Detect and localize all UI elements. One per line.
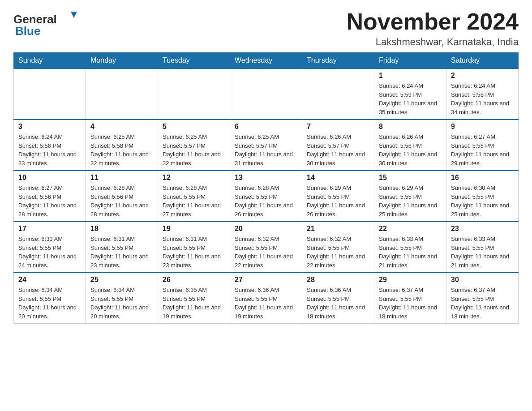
day-number: 21 [307, 225, 369, 233]
day-number: 5 [163, 123, 225, 131]
calendar-cell [302, 68, 374, 120]
day-info: Sunrise: 6:33 AMSunset: 5:55 PMDaylight:… [379, 235, 442, 270]
day-info: Sunrise: 6:35 AMSunset: 5:55 PMDaylight:… [163, 286, 225, 321]
calendar-cell: 5Sunrise: 6:25 AMSunset: 5:57 PMDaylight… [158, 120, 230, 171]
day-info: Sunrise: 6:31 AMSunset: 5:55 PMDaylight:… [163, 235, 225, 270]
header-friday: Friday [374, 53, 446, 69]
day-number: 2 [451, 72, 514, 80]
header-wednesday: Wednesday [230, 53, 302, 69]
calendar-cell: 15Sunrise: 6:29 AMSunset: 5:55 PMDayligh… [374, 171, 446, 222]
calendar-cell: 29Sunrise: 6:37 AMSunset: 5:55 PMDayligh… [374, 273, 446, 324]
calendar-cell: 24Sunrise: 6:34 AMSunset: 5:55 PMDayligh… [14, 273, 86, 324]
day-number: 19 [163, 225, 225, 233]
day-number: 6 [235, 123, 297, 131]
calendar-cell: 11Sunrise: 6:28 AMSunset: 5:56 PMDayligh… [86, 171, 158, 222]
title-area: November 2024 Lakshmeshwar, Karnataka, I… [347, 9, 519, 48]
calendar-cell: 7Sunrise: 6:26 AMSunset: 5:57 PMDaylight… [302, 120, 374, 171]
calendar-cell: 23Sunrise: 6:33 AMSunset: 5:55 PMDayligh… [446, 222, 519, 273]
calendar-cell: 6Sunrise: 6:25 AMSunset: 5:57 PMDaylight… [230, 120, 302, 171]
calendar-cell: 9Sunrise: 6:27 AMSunset: 5:56 PMDaylight… [446, 120, 519, 171]
day-number: 23 [451, 225, 514, 233]
calendar-cell: 18Sunrise: 6:31 AMSunset: 5:55 PMDayligh… [86, 222, 158, 273]
month-title: November 2024 [347, 9, 519, 34]
header-monday: Monday [86, 53, 158, 69]
day-number: 12 [163, 174, 225, 182]
day-number: 17 [18, 225, 81, 233]
calendar-cell: 14Sunrise: 6:29 AMSunset: 5:55 PMDayligh… [302, 171, 374, 222]
calendar-cell: 21Sunrise: 6:32 AMSunset: 5:55 PMDayligh… [302, 222, 374, 273]
header-saturday: Saturday [446, 53, 519, 69]
week-row-2: 3Sunrise: 6:24 AMSunset: 5:58 PMDaylight… [14, 120, 519, 171]
day-info: Sunrise: 6:34 AMSunset: 5:55 PMDaylight:… [90, 286, 153, 321]
day-info: Sunrise: 6:28 AMSunset: 5:56 PMDaylight:… [90, 184, 153, 218]
calendar-cell: 12Sunrise: 6:28 AMSunset: 5:55 PMDayligh… [158, 171, 230, 222]
day-info: Sunrise: 6:32 AMSunset: 5:55 PMDaylight:… [307, 235, 369, 270]
day-info: Sunrise: 6:36 AMSunset: 5:55 PMDaylight:… [307, 286, 369, 321]
day-info: Sunrise: 6:31 AMSunset: 5:55 PMDaylight:… [90, 235, 153, 270]
day-number: 16 [451, 174, 514, 182]
calendar-cell: 22Sunrise: 6:33 AMSunset: 5:55 PMDayligh… [374, 222, 446, 273]
day-number: 7 [307, 123, 369, 131]
day-info: Sunrise: 6:24 AMSunset: 5:59 PMDaylight:… [379, 81, 442, 116]
day-number: 15 [379, 174, 442, 182]
logo: General Blue [13, 9, 85, 38]
day-info: Sunrise: 6:27 AMSunset: 5:56 PMDaylight:… [451, 133, 514, 167]
day-info: Sunrise: 6:29 AMSunset: 5:55 PMDaylight:… [379, 184, 442, 218]
day-info: Sunrise: 6:25 AMSunset: 5:57 PMDaylight:… [163, 133, 225, 167]
day-number: 13 [235, 174, 297, 182]
day-info: Sunrise: 6:26 AMSunset: 5:57 PMDaylight:… [307, 133, 369, 167]
calendar-cell: 27Sunrise: 6:36 AMSunset: 5:55 PMDayligh… [230, 273, 302, 324]
header-tuesday: Tuesday [158, 53, 230, 69]
day-number: 25 [90, 276, 153, 284]
calendar-cell: 16Sunrise: 6:30 AMSunset: 5:55 PMDayligh… [446, 171, 519, 222]
day-info: Sunrise: 6:36 AMSunset: 5:55 PMDaylight:… [235, 286, 297, 321]
day-number: 28 [307, 276, 369, 284]
calendar-cell: 19Sunrise: 6:31 AMSunset: 5:55 PMDayligh… [158, 222, 230, 273]
location: Lakshmeshwar, Karnataka, India [347, 36, 519, 48]
calendar-cell [14, 68, 86, 120]
calendar-cell: 3Sunrise: 6:24 AMSunset: 5:58 PMDaylight… [14, 120, 86, 171]
calendar-cell: 4Sunrise: 6:25 AMSunset: 5:58 PMDaylight… [86, 120, 158, 171]
header-thursday: Thursday [302, 53, 374, 69]
day-info: Sunrise: 6:34 AMSunset: 5:55 PMDaylight:… [18, 286, 81, 321]
week-row-4: 17Sunrise: 6:30 AMSunset: 5:55 PMDayligh… [14, 222, 519, 273]
day-number: 8 [379, 123, 442, 131]
day-number: 24 [18, 276, 81, 284]
day-info: Sunrise: 6:25 AMSunset: 5:58 PMDaylight:… [90, 133, 153, 167]
day-info: Sunrise: 6:28 AMSunset: 5:55 PMDaylight:… [163, 184, 225, 218]
week-row-3: 10Sunrise: 6:27 AMSunset: 5:56 PMDayligh… [14, 171, 519, 222]
day-number: 18 [90, 225, 153, 233]
calendar-table: Sunday Monday Tuesday Wednesday Thursday… [13, 52, 519, 324]
day-info: Sunrise: 6:25 AMSunset: 5:57 PMDaylight:… [235, 133, 297, 167]
day-info: Sunrise: 6:26 AMSunset: 5:56 PMDaylight:… [379, 133, 442, 167]
page-header: General Blue November 2024 Lakshmeshwar,… [13, 9, 519, 48]
day-info: Sunrise: 6:30 AMSunset: 5:55 PMDaylight:… [18, 235, 81, 270]
day-number: 4 [90, 123, 153, 131]
day-number: 29 [379, 276, 442, 284]
day-info: Sunrise: 6:30 AMSunset: 5:55 PMDaylight:… [451, 184, 514, 218]
calendar-cell: 8Sunrise: 6:26 AMSunset: 5:56 PMDaylight… [374, 120, 446, 171]
calendar-cell: 10Sunrise: 6:27 AMSunset: 5:56 PMDayligh… [14, 171, 86, 222]
day-number: 11 [90, 174, 153, 182]
day-number: 30 [451, 276, 514, 284]
day-info: Sunrise: 6:37 AMSunset: 5:55 PMDaylight:… [379, 286, 442, 321]
svg-text:Blue: Blue [15, 24, 40, 38]
week-row-1: 1Sunrise: 6:24 AMSunset: 5:59 PMDaylight… [14, 68, 519, 120]
calendar-cell [86, 68, 158, 120]
week-row-5: 24Sunrise: 6:34 AMSunset: 5:55 PMDayligh… [14, 273, 519, 324]
calendar-cell [230, 68, 302, 120]
calendar-cell: 1Sunrise: 6:24 AMSunset: 5:59 PMDaylight… [374, 68, 446, 120]
day-number: 3 [18, 123, 81, 131]
calendar-cell: 28Sunrise: 6:36 AMSunset: 5:55 PMDayligh… [302, 273, 374, 324]
weekday-header-row: Sunday Monday Tuesday Wednesday Thursday… [14, 53, 519, 69]
day-number: 9 [451, 123, 514, 131]
day-info: Sunrise: 6:29 AMSunset: 5:55 PMDaylight:… [307, 184, 369, 218]
calendar-cell: 13Sunrise: 6:28 AMSunset: 5:55 PMDayligh… [230, 171, 302, 222]
calendar-cell [158, 68, 230, 120]
logo-svg: General Blue [13, 9, 85, 38]
svg-marker-1 [71, 12, 77, 18]
day-info: Sunrise: 6:24 AMSunset: 5:58 PMDaylight:… [18, 133, 81, 167]
day-number: 1 [379, 72, 442, 80]
calendar-cell: 26Sunrise: 6:35 AMSunset: 5:55 PMDayligh… [158, 273, 230, 324]
calendar-cell: 2Sunrise: 6:24 AMSunset: 5:58 PMDaylight… [446, 68, 519, 120]
